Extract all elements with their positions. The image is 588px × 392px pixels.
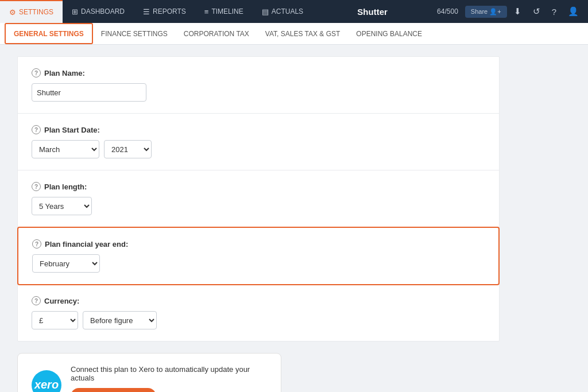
plan-name-label: ? Plan Name: [32,68,485,77]
currency-symbol-select[interactable]: £ $ € ¥ CHF [32,311,78,329]
plan-name-input[interactable] [32,83,146,102]
download-button[interactable]: ⬇ [509,4,526,19]
plan-start-year-select[interactable]: 2019 2020 2021 2022 2023 2024 2025 [104,140,152,158]
history-button[interactable]: ↺ [528,4,545,19]
subnav-corporation-tax[interactable]: CORPORATION TAX [176,23,257,44]
xero-card-content: Connect this plan to Xero to automatical… [71,365,267,392]
top-navigation: ⚙ SETTINGS ⊞ DASHBOARD ☰ REPORTS ≡ TIMEL… [0,0,588,23]
usage-badge: 64/500 [432,7,463,15]
xero-card-title: Connect this plan to Xero to automatical… [71,365,267,382]
subnav-vat[interactable]: VAT, SALES TAX & GST [257,23,349,44]
plan-name-section: ? Plan Name: [18,57,499,114]
dashboard-icon: ⊞ [72,7,78,16]
reports-icon: ☰ [143,7,150,16]
nav-right-actions: 64/500 Share 👤+ ⬇ ↺ ? 👤 [432,4,588,19]
currency-help-icon[interactable]: ? [32,296,41,305]
plan-name-help-icon[interactable]: ? [32,68,41,77]
xero-logo-text: xero [34,378,59,391]
share-button[interactable]: Share 👤+ [465,6,507,18]
help-button[interactable]: ? [547,5,561,19]
plan-financial-year-end-label: ? Plan financial year end: [32,239,485,249]
nav-settings[interactable]: ⚙ SETTINGS [0,0,63,23]
brand-title: Shutter [312,7,432,17]
plan-start-date-section: ? Plan Start Date: January February Marc… [18,114,499,170]
xero-connect-card: xero Connect this plan to Xero to automa… [17,353,281,392]
plan-length-help-icon[interactable]: ? [32,182,41,191]
subnav-opening-balance[interactable]: OPENING BALANCE [348,23,430,44]
subnav-general-settings[interactable]: GENERAL SETTINGS [5,23,93,44]
main-content: ? Plan Name: ? Plan Start Date: January … [0,45,517,392]
sub-navigation: GENERAL SETTINGS FINANCE SETTINGS CORPOR… [0,23,588,45]
plan-start-date-inputs: January February March April May June Ju… [32,140,485,158]
settings-icon: ⚙ [9,8,16,17]
nav-reports[interactable]: ☰ REPORTS [134,0,195,23]
timeline-icon: ≡ [204,7,209,16]
plan-start-date-help-icon[interactable]: ? [32,125,41,134]
settings-form: ? Plan Name: ? Plan Start Date: January … [17,56,500,341]
plan-start-date-label: ? Plan Start Date: [32,125,485,134]
plan-financial-year-end-help-icon[interactable]: ? [32,239,41,249]
plan-financial-year-end-select[interactable]: January February March April May June Ju… [32,254,100,273]
user-button[interactable]: 👤 [563,4,583,19]
currency-section: ? Currency: £ $ € ¥ CHF Before figure Af… [18,285,499,341]
actuals-icon: ▤ [262,7,269,16]
currency-position-select[interactable]: Before figure After figure [83,311,157,329]
currency-inputs: £ $ € ¥ CHF Before figure After figure [32,311,485,329]
nav-timeline[interactable]: ≡ TIMELINE [195,0,253,23]
plan-length-section: ? Plan length: 1 Year 2 Years 3 Years 4 … [18,170,499,227]
xero-connect-button[interactable]: Connect to Xero → [71,388,156,392]
subnav-finance-settings[interactable]: FINANCE SETTINGS [93,23,176,44]
plan-start-month-select[interactable]: January February March April May June Ju… [32,140,99,158]
xero-logo: xero [32,370,61,393]
nav-dashboard[interactable]: ⊞ DASHBOARD [63,0,134,23]
plan-length-select[interactable]: 1 Year 2 Years 3 Years 4 Years 5 Years 1… [32,197,92,215]
nav-actuals[interactable]: ▤ ACTUALS [253,0,312,23]
plan-length-label: ? Plan length: [32,182,485,191]
currency-label: ? Currency: [32,296,485,305]
plan-financial-year-end-section: ? Plan financial year end: January Febru… [17,227,500,285]
